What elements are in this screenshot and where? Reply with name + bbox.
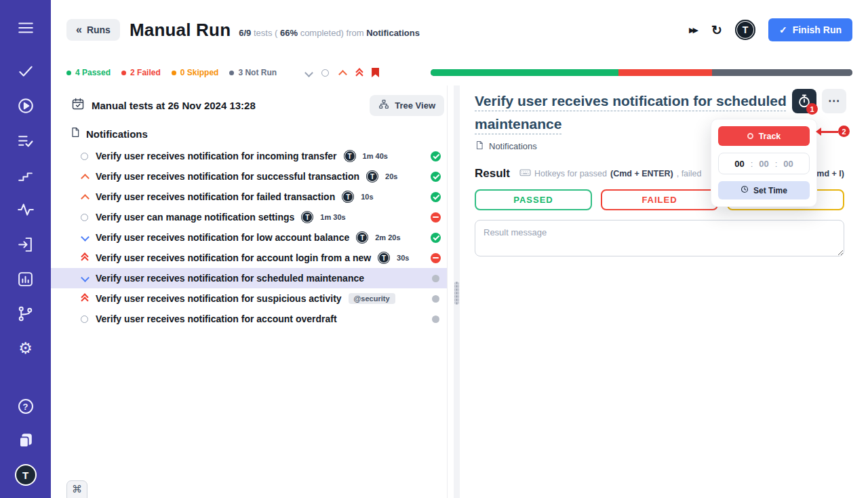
test-row-title: Verify user receives notification for sc… xyxy=(96,273,364,284)
test-duration: 30s xyxy=(397,254,409,262)
track-button[interactable]: Track xyxy=(718,126,810,146)
steps-icon[interactable] xyxy=(16,165,36,185)
analytics-icon[interactable] xyxy=(16,269,36,289)
test-duration: 10s xyxy=(361,193,373,201)
copy-docs-icon[interactable] xyxy=(16,430,36,451)
stat-passed: 4 Passed xyxy=(66,68,111,77)
result-none-icon xyxy=(432,295,439,303)
result-none-icon xyxy=(432,315,439,323)
test-duration: 2m 20s xyxy=(375,233,400,242)
test-list: Verify user receives notification for in… xyxy=(51,146,447,329)
severity-high-icon xyxy=(79,192,89,202)
command-palette-button[interactable]: ⌘ xyxy=(66,480,87,498)
result-passed-icon xyxy=(431,233,441,243)
activity-pulse-icon[interactable] xyxy=(16,199,36,220)
tests-check-icon[interactable] xyxy=(16,61,36,81)
back-to-runs-label: Runs xyxy=(87,24,111,35)
fast-forward-icon[interactable]: ▶▶ xyxy=(689,26,698,35)
run-progress-summary: 6/9 tests ( 66% completed) from Notifica… xyxy=(239,28,420,38)
test-row[interactable]: Verify user receives notification for in… xyxy=(51,146,447,166)
result-message-input[interactable] xyxy=(475,220,844,256)
testomat-badge-icon: T xyxy=(301,211,313,223)
keyboard-icon xyxy=(519,167,531,180)
run-source: Notifications xyxy=(366,28,420,38)
test-duration: 1m 30s xyxy=(320,213,345,221)
test-row[interactable]: Verify user can manage notification sett… xyxy=(51,207,447,227)
testomat-badge-icon: T xyxy=(344,150,356,162)
menu-icon[interactable] xyxy=(16,18,36,38)
seconds-field[interactable]: 00 xyxy=(783,159,793,169)
circle-icon[interactable] xyxy=(321,69,330,77)
breadcrumb-suite[interactable]: Notifications xyxy=(489,141,537,151)
main-area: « Runs Manual Run 6/9 tests ( 66% comple… xyxy=(51,0,868,498)
test-row-title: Verify user receives notification for ac… xyxy=(96,313,337,324)
page-title: Manual Run xyxy=(130,20,231,41)
chevron-up-icon[interactable] xyxy=(338,69,347,77)
passed-button[interactable]: PASSED xyxy=(475,189,592,210)
result-heading: Result xyxy=(475,167,510,180)
testomat-badge-icon: T xyxy=(378,252,390,264)
test-row[interactable]: Verify user receives notification for sc… xyxy=(51,268,447,288)
tree-view-button[interactable]: Tree View xyxy=(370,95,444,116)
chevron-down-icon[interactable] xyxy=(304,69,313,77)
test-row[interactable]: Verify user receives notification for ac… xyxy=(51,248,447,268)
test-detail-panel: Verify user receives notification for sc… xyxy=(468,85,868,498)
sidebar-nav: ⚙ xyxy=(16,61,36,358)
test-tag: @security xyxy=(349,293,395,304)
tree-icon xyxy=(378,99,389,112)
test-row[interactable]: Verify user receives notification for ac… xyxy=(51,309,447,329)
clock-icon xyxy=(741,185,749,195)
test-row[interactable]: Verify user receives notification for su… xyxy=(51,288,447,309)
testomat-logo-icon[interactable]: T xyxy=(15,464,37,486)
test-duration: 1m 40s xyxy=(363,152,388,160)
test-row[interactable]: Verify user receives notification for lo… xyxy=(51,227,447,248)
run-list-icon[interactable] xyxy=(16,130,36,151)
testomat-badge-icon: T xyxy=(342,191,354,203)
file-icon xyxy=(475,140,484,152)
record-dot-icon xyxy=(747,133,753,139)
sidebar-bottom: ? T xyxy=(15,396,37,486)
test-row-title: Verify user receives notification for lo… xyxy=(96,232,349,243)
calendar-check-icon xyxy=(71,97,85,113)
severity-normal-icon xyxy=(79,151,89,161)
test-row-title: Verify user can manage notification sett… xyxy=(96,212,294,223)
test-row-title: Verify user receives notification for fa… xyxy=(96,191,335,202)
run-title: Manual tests at 26 Nov 2024 13:28 xyxy=(92,100,256,111)
test-row[interactable]: Verify user receives notification for su… xyxy=(51,166,447,187)
finish-run-button[interactable]: ✓ Finish Run xyxy=(768,18,852,41)
minutes-field[interactable]: 00 xyxy=(759,159,768,169)
severity-filters xyxy=(304,68,379,77)
annotation-arrow-icon xyxy=(821,131,838,133)
progress-bar xyxy=(431,69,852,76)
back-to-runs-button[interactable]: « Runs xyxy=(66,19,120,41)
runs-play-icon[interactable] xyxy=(16,96,36,116)
more-options-button[interactable]: ⋯ xyxy=(822,89,846,113)
file-icon xyxy=(70,127,81,140)
test-row-title: Verify user receives notification for su… xyxy=(96,171,359,182)
set-time-button[interactable]: Set Time xyxy=(718,181,810,199)
help-icon[interactable]: ? xyxy=(16,396,36,417)
bookmark-icon[interactable] xyxy=(372,68,379,77)
failed-button[interactable]: FAILED xyxy=(601,189,718,210)
annotation-step-2: 2 xyxy=(838,126,850,137)
skipped-dot-icon xyxy=(172,71,176,75)
content: Manual tests at 26 Nov 2024 13:28 Tree V… xyxy=(51,85,868,498)
hours-field[interactable]: 00 xyxy=(734,159,744,169)
git-branch-icon[interactable] xyxy=(16,303,36,324)
stat-failed: 2 Failed xyxy=(121,68,161,77)
severity-normal-icon xyxy=(79,212,89,222)
test-duration: 20s xyxy=(385,172,397,180)
history-timer-icon[interactable]: ↻ xyxy=(711,22,722,38)
settings-gear-icon[interactable]: ⚙ xyxy=(16,338,36,358)
result-passed-icon xyxy=(431,172,441,182)
test-row[interactable]: Verify user receives notification for fa… xyxy=(51,187,447,207)
time-input-row: 00 : 00 : 00 xyxy=(718,153,810,174)
run-header: Manual tests at 26 Nov 2024 13:28 Tree V… xyxy=(51,93,447,117)
suite-group-row[interactable]: Notifications xyxy=(51,124,447,143)
divider-drag-handle[interactable] xyxy=(454,282,459,305)
header-actions: ▶▶ ↻ T ✓ Finish Run xyxy=(689,18,852,41)
double-chevron-up-icon[interactable] xyxy=(355,69,363,77)
result-passed-icon xyxy=(431,192,441,202)
sign-in-icon[interactable] xyxy=(16,234,36,254)
testomat-badge-icon[interactable]: T xyxy=(735,20,755,40)
